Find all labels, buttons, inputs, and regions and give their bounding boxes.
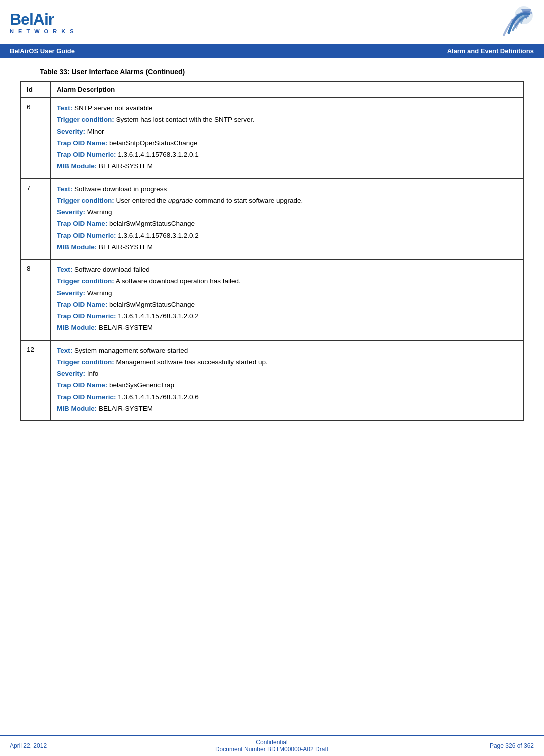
desc-label: Text: — [57, 266, 72, 273]
table-row: 7Text: Software download in progressTrig… — [20, 179, 524, 260]
desc-line: Severity: Warning — [57, 288, 517, 298]
desc-label: Trap OID Numeric: — [57, 151, 116, 158]
desc-italic: upgrade — [168, 197, 194, 204]
desc-label: Text: — [57, 104, 72, 112]
desc-value: belairSwMgmtStatusChange — [108, 301, 195, 308]
col-header-id: Id — [20, 81, 50, 98]
desc-line: Trigger condition: A software download o… — [57, 276, 517, 286]
page-header: BelAir N E T W O R K S — [0, 0, 544, 44]
page-footer: April 22, 2012 Confidential Document Num… — [0, 735, 544, 756]
logo-networks: N E T W O R K S — [10, 28, 76, 34]
desc-line: Trap OID Name: belairSwMgmtStatusChange — [57, 219, 517, 229]
table-title: Table 33: User Interface Alarms (Continu… — [20, 68, 524, 76]
desc-value: belairSysGenericTrap — [108, 381, 174, 389]
desc-value: BELAIR-SYSTEM — [97, 243, 153, 251]
desc-line: MIB Module: BELAIR-SYSTEM — [57, 404, 517, 414]
desc-label: Trigger condition: — [57, 358, 114, 366]
desc-line: Trap OID Numeric: 1.3.6.1.4.1.15768.3.1.… — [57, 311, 517, 321]
desc-value: Warning — [86, 208, 112, 216]
row-desc: Text: Software download in progressTrigg… — [50, 179, 524, 260]
desc-value: System management software started — [72, 347, 188, 354]
desc-label: Trigger condition: — [57, 197, 114, 204]
desc-line: Trap OID Name: belairSysGenericTrap — [57, 380, 517, 390]
top-banner: BelAirOS User Guide Alarm and Event Defi… — [0, 44, 544, 58]
desc-label: Trigger condition: — [57, 277, 114, 285]
row-id: 7 — [20, 179, 50, 260]
desc-label: Text: — [57, 347, 72, 354]
desc-label: Trap OID Name: — [57, 220, 108, 227]
desc-value: Info — [86, 370, 98, 377]
col-header-desc: Alarm Description — [50, 81, 524, 98]
footer-page: Page 326 of 362 — [459, 742, 534, 749]
row-id: 12 — [20, 340, 50, 421]
desc-label: Trap OID Numeric: — [57, 312, 116, 320]
desc-line: Severity: Info — [57, 369, 517, 379]
footer-date: April 22, 2012 — [10, 742, 85, 749]
footer-confidential: Confidential — [85, 739, 459, 746]
banner-right: Alarm and Event Definitions — [448, 47, 534, 55]
desc-line: Trap OID Numeric: 1.3.6.1.4.1.15768.3.1.… — [57, 150, 517, 160]
desc-value: Minor — [86, 128, 104, 135]
desc-value: Warning — [86, 289, 112, 297]
table-row: 8Text: Software download failedTrigger c… — [20, 259, 524, 340]
desc-label: Severity: — [57, 208, 86, 216]
desc-label: Severity: — [57, 370, 86, 377]
desc-value: Software download failed — [72, 266, 150, 273]
desc-label: Trigger condition: — [57, 116, 114, 123]
desc-line: Text: Software download failed — [57, 265, 517, 275]
table-header-row: Id Alarm Description — [20, 81, 524, 98]
desc-value: BELAIR-SYSTEM — [97, 405, 153, 412]
belair-icon — [494, 5, 534, 40]
desc-line: Text: System management software started — [57, 346, 517, 356]
desc-label: MIB Module: — [57, 324, 97, 331]
desc-line: MIB Module: BELAIR-SYSTEM — [57, 323, 517, 333]
desc-label: Trap OID Name: — [57, 139, 108, 147]
desc-line: Trigger condition: System has lost conta… — [57, 115, 517, 125]
desc-line: Text: Software download in progress — [57, 184, 517, 194]
desc-line: Trap OID Name: belairSwMgmtStatusChange — [57, 300, 517, 310]
main-content: Table 33: User Interface Alarms (Continu… — [0, 58, 544, 431]
desc-line: Trap OID Numeric: 1.3.6.1.4.1.15768.3.1.… — [57, 392, 517, 402]
banner-left: BelAirOS User Guide — [10, 47, 75, 55]
desc-value: 1.3.6.1.4.1.15768.3.1.2.0.6 — [116, 393, 199, 401]
logo-area: BelAir N E T W O R K S — [10, 11, 76, 34]
desc-value: belairSwMgmtStatusChange — [108, 220, 195, 227]
desc-label: MIB Module: — [57, 243, 97, 251]
desc-line: MIB Module: BELAIR-SYSTEM — [57, 161, 517, 171]
desc-value: SNTP server not available — [72, 104, 152, 112]
desc-value: System has lost contact with the SNTP se… — [114, 116, 254, 123]
table-row: 12Text: System management software start… — [20, 340, 524, 421]
desc-value: Management software has successfully sta… — [114, 358, 268, 366]
desc-value: A software download operation has failed… — [114, 277, 241, 285]
footer-center: Confidential Document Number BDTM00000-A… — [85, 739, 459, 753]
row-desc: Text: System management software started… — [50, 340, 524, 421]
desc-label: MIB Module: — [57, 162, 97, 170]
desc-value: 1.3.6.1.4.1.15768.3.1.2.0.2 — [116, 232, 199, 239]
desc-label: Severity: — [57, 289, 86, 297]
desc-value: BELAIR-SYSTEM — [97, 324, 153, 331]
desc-value: Software download in progress — [72, 185, 167, 193]
desc-value: 1.3.6.1.4.1.15768.3.1.2.0.1 — [116, 151, 199, 158]
desc-line: Severity: Warning — [57, 207, 517, 217]
desc-label: MIB Module: — [57, 405, 97, 412]
row-desc: Text: Software download failedTrigger co… — [50, 259, 524, 340]
desc-label: Text: — [57, 185, 72, 193]
desc-label: Trap OID Numeric: — [57, 393, 116, 401]
table-row: 6Text: SNTP server not availableTrigger … — [20, 98, 524, 179]
row-desc: Text: SNTP server not availableTrigger c… — [50, 98, 524, 179]
desc-label: Trap OID Name: — [57, 381, 108, 389]
desc-line: Text: SNTP server not available — [57, 103, 517, 113]
alarm-table: Id Alarm Description 6Text: SNTP server … — [20, 81, 524, 421]
footer-doc: Document Number BDTM00000-A02 Draft — [85, 746, 459, 753]
desc-label: Severity: — [57, 128, 86, 135]
desc-line: Trigger condition: Management software h… — [57, 357, 517, 367]
desc-line: Trigger condition: User entered the upgr… — [57, 196, 517, 206]
row-id: 6 — [20, 98, 50, 179]
desc-line: Trap OID Name: belairSntpOperStatusChang… — [57, 138, 517, 148]
desc-line: MIB Module: BELAIR-SYSTEM — [57, 242, 517, 252]
desc-line: Trap OID Numeric: 1.3.6.1.4.1.15768.3.1.… — [57, 231, 517, 241]
desc-value: BELAIR-SYSTEM — [97, 162, 153, 170]
desc-value: belairSntpOperStatusChange — [108, 139, 198, 147]
row-id: 8 — [20, 259, 50, 340]
desc-label: Trap OID Numeric: — [57, 232, 116, 239]
